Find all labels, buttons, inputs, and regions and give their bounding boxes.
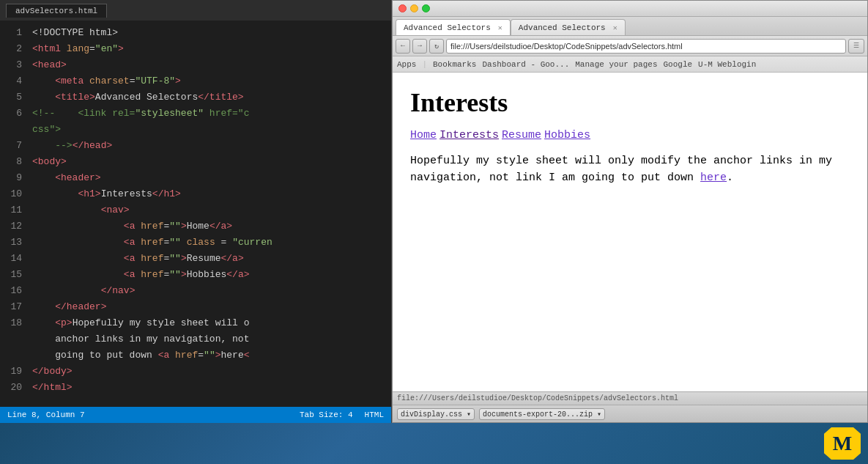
browser-tabs-bar: Advanced Selectors ✕ Advanced Selectors … <box>393 17 867 36</box>
tab-close-2[interactable]: ✕ <box>613 23 617 32</box>
code-line: css"> <box>32 122 391 138</box>
code-line: <h1>Interests</h1> <box>32 186 391 202</box>
code-line: </body> <box>32 364 391 380</box>
language-label: HTML <box>365 410 384 419</box>
code-line: going to put down <a href="">here< <box>32 347 391 364</box>
code-line: <!-- <link rel="stylesheet" href="c <box>32 106 391 122</box>
bookmark-umweblogin[interactable]: U-M Weblogin <box>698 60 756 69</box>
traffic-light-yellow[interactable] <box>410 4 418 12</box>
cursor-position: Line 8, Column 7 <box>7 410 85 419</box>
browser-toolbar: ← → ↻ ☰ <box>393 36 867 56</box>
tab-close-1[interactable]: ✕ <box>498 23 502 32</box>
refresh-button[interactable]: ↻ <box>429 39 444 54</box>
inline-link-here[interactable]: here <box>700 172 727 184</box>
forward-button[interactable]: → <box>412 39 427 54</box>
code-line: --></head> <box>32 138 391 154</box>
status-bar: Line 8, Column 7 Tab Size: 4 HTML <box>0 407 391 423</box>
code-line: <a href="">Hobbies</a> <box>32 267 391 283</box>
code-line: <p>Hopefully my style sheet will o <box>32 315 391 331</box>
line-numbers: 1 2 3 4 5 6 7 8 9 10 11 12 13 14 15 16 1… <box>0 21 26 407</box>
code-line: <header> <box>32 170 391 186</box>
nav-link-home[interactable]: Home <box>410 129 437 141</box>
tab-label-2: Advanced Selectors <box>519 23 606 32</box>
bookmark-apps[interactable]: Apps <box>397 60 416 69</box>
code-line: </nav> <box>32 283 391 299</box>
code-line: anchor links in my navigation, not <box>32 331 391 347</box>
code-content: 1 2 3 4 5 6 7 8 9 10 11 12 13 14 15 16 1… <box>0 21 391 407</box>
browser-tab-2[interactable]: Advanced Selectors ✕ <box>511 19 626 35</box>
code-line: <a href="">Home</a> <box>32 218 391 235</box>
bottom-file-selector-1[interactable]: divDisplay.css ▾ <box>397 408 475 420</box>
status-right: Tab Size: 4 HTML <box>300 410 384 419</box>
editor-tab-bar: advSelectors.html <box>0 0 391 21</box>
code-line: <title>Advanced Selectors</title> <box>32 89 391 106</box>
bookmark-google[interactable]: Google <box>663 60 692 69</box>
address-bar[interactable] <box>446 39 846 54</box>
nav-link-hobbies[interactable]: Hobbies <box>544 129 590 141</box>
browser-title-bar <box>393 1 867 17</box>
page-body-text: Hopefully my style sheet will only modif… <box>410 153 835 186</box>
code-editor: advSelectors.html 1 2 3 4 5 6 7 8 9 10 1… <box>0 0 392 423</box>
umich-logo: M <box>824 427 861 460</box>
main-area: advSelectors.html 1 2 3 4 5 6 7 8 9 10 1… <box>0 0 868 423</box>
desktop-bar: M <box>0 423 868 464</box>
code-line: </html> <box>32 380 391 396</box>
nav-link-interests[interactable]: Interests <box>439 129 499 141</box>
browser-content: Interests HomeInterestsResumeHobbies Hop… <box>393 73 867 391</box>
browser-status-text: file:///Users/deilstudioe/Desktop/CodeSn… <box>397 394 678 402</box>
code-line: <a href="" class = "curren <box>32 235 391 251</box>
reader-button[interactable]: ☰ <box>848 39 864 54</box>
browser-bottom-bar: divDisplay.css ▾ documents-export-20...z… <box>393 405 867 422</box>
bookmark-bookmarks[interactable]: Bookmarks <box>433 60 476 69</box>
bookmarks-bar: Apps | Bookmarks Dashboard - Goo... Mana… <box>393 56 867 73</box>
code-line: <body> <box>32 154 391 170</box>
code-line: <a href="">Resume</a> <box>32 251 391 267</box>
code-line: <!DOCTYPE html> <box>32 25 391 41</box>
browser-window: Advanced Selectors ✕ Advanced Selectors … <box>392 0 868 423</box>
code-lines: <!DOCTYPE html> <html lang="en"> <head> … <box>26 21 391 407</box>
bookmark-divider: | <box>422 60 427 69</box>
page-nav: HomeInterestsResumeHobbies <box>410 128 850 141</box>
bookmark-dashboard[interactable]: Dashboard - Goo... <box>482 60 569 69</box>
editor-tab[interactable]: advSelectors.html <box>6 4 107 18</box>
page-heading: Interests <box>410 87 850 118</box>
status-left: Line 8, Column 7 <box>7 410 85 419</box>
bottom-file-selector-2[interactable]: documents-export-20...zip ▾ <box>479 408 605 420</box>
tab-label-1: Advanced Selectors <box>404 23 491 32</box>
code-line: <html lang="en"> <box>32 41 391 57</box>
code-line: </header> <box>32 299 391 315</box>
browser-status-bar: file:///Users/deilstudioe/Desktop/CodeSn… <box>393 391 867 405</box>
back-button[interactable]: ← <box>396 39 410 54</box>
browser-tab-active[interactable]: Advanced Selectors ✕ <box>396 19 511 35</box>
code-line: <meta charset="UTF-8"> <box>32 73 391 89</box>
traffic-light-red[interactable] <box>398 4 407 12</box>
nav-link-resume[interactable]: Resume <box>502 129 541 141</box>
bookmark-manage-pages[interactable]: Manage your pages <box>575 60 657 69</box>
code-line: <nav> <box>32 202 391 218</box>
tab-size-label: Tab Size: 4 <box>300 410 353 419</box>
code-line: <head> <box>32 57 391 73</box>
traffic-light-green[interactable] <box>422 4 430 12</box>
